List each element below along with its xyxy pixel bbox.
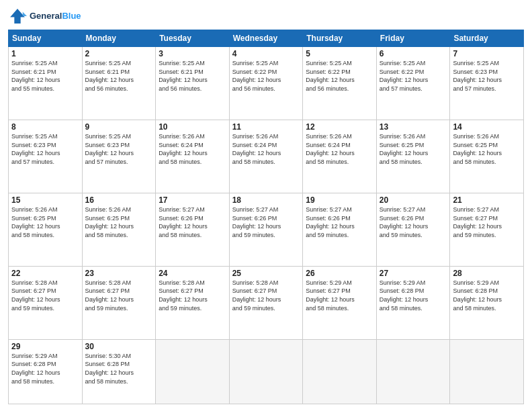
day-info: Sunrise: 5:28 AM Sunset: 6:27 PM Dayligh… [85,279,134,312]
day-number: 17 [159,195,226,205]
calendar-cell: 20 Sunrise: 5:27 AM Sunset: 6:26 PM Dayl… [376,193,450,266]
day-info: Sunrise: 5:25 AM Sunset: 6:21 PM Dayligh… [159,60,208,92]
week-row-1: 1 Sunrise: 5:25 AM Sunset: 6:21 PM Dayli… [9,47,524,120]
day-number: 29 [11,342,79,351]
day-info: Sunrise: 5:27 AM Sunset: 6:26 PM Dayligh… [232,206,281,238]
day-number: 22 [11,269,79,278]
logo-icon [8,7,27,26]
calendar-cell: 5 Sunrise: 5:25 AM Sunset: 6:22 PM Dayli… [303,47,377,120]
calendar-cell: 7 Sunrise: 5:25 AM Sunset: 6:23 PM Dayli… [450,47,524,120]
calendar-cell: 28 Sunrise: 5:29 AM Sunset: 6:28 PM Dayl… [450,266,524,339]
day-info: Sunrise: 5:27 AM Sunset: 6:26 PM Dayligh… [159,206,208,238]
day-number: 14 [453,122,521,132]
header-saturday: Saturday [450,30,524,47]
calendar-cell [303,339,377,404]
day-number: 19 [306,195,373,205]
day-info: Sunrise: 5:29 AM Sunset: 6:28 PM Dayligh… [453,279,502,312]
calendar-cell: 15 Sunrise: 5:26 AM Sunset: 6:25 PM Dayl… [9,193,83,266]
day-number: 12 [306,122,373,132]
calendar-cell: 16 Sunrise: 5:26 AM Sunset: 6:25 PM Dayl… [82,193,156,266]
calendar-cell: 30 Sunrise: 5:30 AM Sunset: 6:28 PM Dayl… [82,339,156,404]
calendar-cell: 23 Sunrise: 5:28 AM Sunset: 6:27 PM Dayl… [82,266,156,339]
week-row-4: 22 Sunrise: 5:28 AM Sunset: 6:27 PM Dayl… [9,266,524,339]
day-info: Sunrise: 5:28 AM Sunset: 6:27 PM Dayligh… [11,279,60,312]
day-info: Sunrise: 5:26 AM Sunset: 6:25 PM Dayligh… [85,206,134,238]
calendar-table: SundayMondayTuesdayWednesdayThursdayFrid… [8,30,524,404]
header-wednesday: Wednesday [229,30,303,47]
calendar-cell: 19 Sunrise: 5:27 AM Sunset: 6:26 PM Dayl… [303,193,377,266]
day-number: 3 [159,49,226,58]
day-info: Sunrise: 5:27 AM Sunset: 6:26 PM Dayligh… [380,206,429,238]
header-sunday: Sunday [9,30,83,47]
day-number: 13 [380,122,447,132]
calendar-cell: 18 Sunrise: 5:27 AM Sunset: 6:26 PM Dayl… [229,193,303,266]
day-number: 26 [306,269,373,278]
header-friday: Friday [376,30,450,47]
day-number: 16 [85,195,153,205]
calendar-cell: 4 Sunrise: 5:25 AM Sunset: 6:22 PM Dayli… [229,47,303,120]
day-info: Sunrise: 5:26 AM Sunset: 6:24 PM Dayligh… [159,133,208,165]
calendar-cell: 8 Sunrise: 5:25 AM Sunset: 6:23 PM Dayli… [9,120,83,193]
calendar-cell: 27 Sunrise: 5:29 AM Sunset: 6:28 PM Dayl… [376,266,450,339]
calendar-cell: 11 Sunrise: 5:26 AM Sunset: 6:24 PM Dayl… [229,120,303,193]
calendar-cell: 13 Sunrise: 5:26 AM Sunset: 6:25 PM Dayl… [376,120,450,193]
week-row-5: 29 Sunrise: 5:29 AM Sunset: 6:28 PM Dayl… [9,339,524,404]
day-number: 9 [85,122,153,132]
day-number: 8 [11,122,79,132]
day-info: Sunrise: 5:27 AM Sunset: 6:27 PM Dayligh… [453,206,502,238]
day-info: Sunrise: 5:29 AM Sunset: 6:28 PM Dayligh… [11,353,60,385]
day-info: Sunrise: 5:25 AM Sunset: 6:21 PM Dayligh… [85,60,134,92]
header-thursday: Thursday [303,30,377,47]
day-number: 7 [453,49,521,58]
day-info: Sunrise: 5:29 AM Sunset: 6:28 PM Dayligh… [380,279,429,312]
day-info: Sunrise: 5:25 AM Sunset: 6:23 PM Dayligh… [11,133,60,165]
day-number: 24 [159,269,226,278]
day-number: 20 [380,195,447,205]
day-info: Sunrise: 5:25 AM Sunset: 6:21 PM Dayligh… [11,60,60,92]
day-info: Sunrise: 5:28 AM Sunset: 6:27 PM Dayligh… [159,279,208,312]
calendar-cell: 24 Sunrise: 5:28 AM Sunset: 6:27 PM Dayl… [156,266,230,339]
calendar-cell: 25 Sunrise: 5:28 AM Sunset: 6:27 PM Dayl… [229,266,303,339]
logo-text: GeneralBlue [30,11,81,21]
calendar-cell: 12 Sunrise: 5:26 AM Sunset: 6:24 PM Dayl… [303,120,377,193]
day-info: Sunrise: 5:25 AM Sunset: 6:22 PM Dayligh… [380,60,429,92]
day-info: Sunrise: 5:25 AM Sunset: 6:22 PM Dayligh… [232,60,281,92]
day-number: 28 [453,269,521,278]
day-number: 18 [232,195,300,205]
logo: GeneralBlue [8,7,81,26]
calendar-cell: 26 Sunrise: 5:29 AM Sunset: 6:27 PM Dayl… [303,266,377,339]
calendar-cell [229,339,303,404]
calendar-cell: 22 Sunrise: 5:28 AM Sunset: 6:27 PM Dayl… [9,266,83,339]
calendar-cell [450,339,524,404]
calendar-cell: 21 Sunrise: 5:27 AM Sunset: 6:27 PM Dayl… [450,193,524,266]
header-monday: Monday [82,30,156,47]
calendar-cell: 10 Sunrise: 5:26 AM Sunset: 6:24 PM Dayl… [156,120,230,193]
day-info: Sunrise: 5:28 AM Sunset: 6:27 PM Dayligh… [232,279,281,312]
day-info: Sunrise: 5:25 AM Sunset: 6:23 PM Dayligh… [453,60,502,92]
day-number: 5 [306,49,373,58]
calendar-cell: 6 Sunrise: 5:25 AM Sunset: 6:22 PM Dayli… [376,47,450,120]
day-number: 23 [85,269,153,278]
day-number: 2 [85,49,153,58]
header: GeneralBlue [8,7,524,26]
day-info: Sunrise: 5:29 AM Sunset: 6:27 PM Dayligh… [306,279,355,312]
calendar-header-row: SundayMondayTuesdayWednesdayThursdayFrid… [9,30,524,47]
calendar-cell: 1 Sunrise: 5:25 AM Sunset: 6:21 PM Dayli… [9,47,83,120]
day-number: 1 [11,49,79,58]
calendar-cell: 14 Sunrise: 5:26 AM Sunset: 6:25 PM Dayl… [450,120,524,193]
day-info: Sunrise: 5:26 AM Sunset: 6:24 PM Dayligh… [306,133,355,165]
day-info: Sunrise: 5:27 AM Sunset: 6:26 PM Dayligh… [306,206,355,238]
day-number: 15 [11,195,79,205]
week-row-3: 15 Sunrise: 5:26 AM Sunset: 6:25 PM Dayl… [9,193,524,266]
svg-marker-0 [10,9,25,24]
day-info: Sunrise: 5:26 AM Sunset: 6:25 PM Dayligh… [380,133,429,165]
calendar-cell: 29 Sunrise: 5:29 AM Sunset: 6:28 PM Dayl… [9,339,83,404]
day-number: 10 [159,122,226,132]
calendar-cell: 2 Sunrise: 5:25 AM Sunset: 6:21 PM Dayli… [82,47,156,120]
day-info: Sunrise: 5:26 AM Sunset: 6:25 PM Dayligh… [453,133,502,165]
day-number: 4 [232,49,300,58]
day-info: Sunrise: 5:25 AM Sunset: 6:22 PM Dayligh… [306,60,355,92]
calendar-cell [376,339,450,404]
day-number: 11 [232,122,300,132]
day-number: 6 [380,49,447,58]
